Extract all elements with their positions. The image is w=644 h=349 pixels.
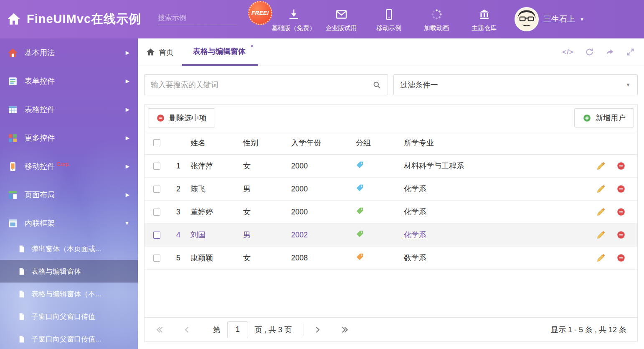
delete-icon[interactable] — [616, 230, 626, 239]
brand[interactable]: FineUIMvc在线示例 — [0, 11, 141, 28]
sidebar-subitem-child-to-parent[interactable]: 子窗口向父窗口传值 — [0, 305, 138, 328]
refresh-icon[interactable] — [585, 48, 594, 56]
select-all-checkbox[interactable] — [153, 139, 160, 146]
spinner-icon — [431, 8, 443, 20]
sidebar-item-inline-frame[interactable]: 内联框架 ▼ — [0, 209, 138, 237]
cell-year: 2000 — [289, 208, 353, 217]
nav-item-mobile-demo[interactable]: 移动示例 — [365, 7, 413, 32]
group-tag-icon[interactable] — [356, 207, 364, 215]
sidebar-item-page-layout[interactable]: 页面布局 ▶ — [0, 181, 138, 209]
form-icon — [8, 76, 18, 87]
house-icon — [8, 48, 18, 58]
group-tag-icon[interactable] — [356, 161, 364, 169]
column-header-name[interactable]: 姓名 — [188, 138, 241, 148]
prev-page-button[interactable] — [183, 326, 191, 334]
row-checkbox[interactable] — [153, 163, 160, 170]
table-header: 姓名 性别 入学年份 分组 所学专业 — [145, 131, 637, 155]
cell-gender: 女 — [241, 161, 289, 171]
major-link[interactable]: 化学系 — [404, 208, 426, 216]
tab-grid-edit-window[interactable]: 表格与编辑窗体 × — [182, 38, 258, 66]
sidebar-subitem-popup-window[interactable]: 弹出窗体（本页面或... — [0, 237, 138, 260]
nav-item-theme-repo[interactable]: 主题仓库 — [460, 7, 508, 32]
table-row[interactable]: 5 康颖颖 女 2008 数学系 — [145, 247, 637, 270]
major-link[interactable]: 材料科学与工程系 — [404, 162, 464, 170]
pager-divider — [304, 324, 304, 336]
next-page-button[interactable] — [313, 326, 322, 334]
first-page-button[interactable] — [155, 326, 164, 334]
group-tag-icon[interactable] — [356, 184, 364, 192]
free-badge: FREE! — [248, 1, 272, 25]
sidebar-subitem-grid-edit-window-2[interactable]: 表格与编辑窗体（不... — [0, 283, 138, 305]
filter-dropdown[interactable]: 过滤条件一 ▼ — [393, 74, 638, 95]
column-header-group[interactable]: 分组 — [353, 138, 401, 148]
row-index: 1 — [169, 162, 188, 171]
group-tag-icon[interactable] — [356, 230, 364, 238]
sidebar-item-form-controls[interactable]: 表单控件 ▶ — [0, 67, 138, 95]
sidebar-subitem-grid-edit-window[interactable]: 表格与编辑窗体 — [0, 260, 138, 283]
delete-icon[interactable] — [616, 253, 626, 262]
delete-icon[interactable] — [616, 161, 626, 171]
row-checkbox[interactable] — [153, 232, 160, 239]
plus-circle-icon — [583, 114, 591, 122]
nav-item-basic-free[interactable]: FREE! 基础版（免费） — [270, 7, 317, 32]
chevron-right-icon: ▶ — [126, 135, 129, 141]
chevron-right-icon: ▶ — [126, 107, 129, 112]
major-link[interactable]: 化学系 — [404, 231, 426, 239]
header-search-input[interactable] — [158, 14, 250, 22]
nav-item-enterprise-trial[interactable]: 企业版试用 — [317, 7, 365, 32]
major-link[interactable]: 数学系 — [404, 254, 426, 262]
sidebar-item-grid-controls[interactable]: 表格控件 ▶ — [0, 95, 138, 124]
row-checkbox[interactable] — [153, 186, 160, 193]
major-link[interactable]: 化学系 — [404, 185, 426, 193]
delete-icon[interactable] — [616, 184, 626, 194]
edit-icon[interactable] — [596, 253, 606, 262]
column-header-major[interactable]: 所学专业 — [401, 138, 587, 148]
file-icon — [18, 335, 25, 343]
delete-selected-button[interactable]: 删除选中项 — [148, 108, 215, 127]
search-icon[interactable] — [373, 81, 381, 89]
corp-badge: Corp. — [57, 161, 70, 167]
add-user-button[interactable]: 新增用户 — [574, 108, 634, 127]
tab-home[interactable]: 首页 — [138, 38, 182, 66]
source-code-icon[interactable]: </> — [563, 48, 573, 56]
user-menu[interactable]: 三生石上 ▼ — [515, 7, 593, 31]
edit-icon[interactable] — [596, 230, 606, 239]
group-tag-icon[interactable] — [356, 253, 364, 261]
delete-icon[interactable] — [616, 207, 626, 217]
sidebar-item-more-controls[interactable]: 更多控件 ▶ — [0, 124, 138, 152]
cell-gender: 女 — [241, 253, 289, 263]
edit-icon[interactable] — [596, 184, 606, 194]
app-title: FineUIMvc在线示例 — [27, 11, 141, 28]
sidebar-subitem-label: 弹出窗体（本页面或... — [31, 244, 101, 254]
nav-label: 加载动画 — [424, 24, 449, 32]
row-checkbox[interactable] — [153, 209, 160, 216]
last-page-button[interactable] — [341, 326, 349, 334]
app-window: FineUIMvc在线示例 FREE! 基础版（免费） 企业版试用 移动示例 — [0, 0, 644, 349]
table-row[interactable]: 2 陈飞 男 2000 化学系 — [145, 178, 637, 201]
expand-icon[interactable] — [626, 48, 635, 56]
table-row[interactable]: 3 董婷婷 女 2000 化学系 — [145, 201, 637, 224]
row-checkbox[interactable] — [153, 255, 160, 262]
edit-icon[interactable] — [596, 161, 606, 171]
sidebar-item-basic-usage[interactable]: 基本用法 ▶ — [0, 38, 138, 67]
page-number-input[interactable] — [227, 321, 248, 338]
close-icon[interactable]: × — [250, 43, 254, 49]
table-row-selected[interactable]: 4 刘国 男 2002 化学系 — [145, 224, 637, 247]
file-icon — [18, 313, 25, 321]
share-icon[interactable] — [606, 48, 614, 56]
table-row[interactable]: 1 张萍萍 女 2000 材料科学与工程系 — [145, 155, 637, 178]
chevron-right-icon: ▶ — [126, 50, 129, 56]
chevron-down-icon: ▼ — [626, 82, 631, 88]
grid-search-input[interactable] — [151, 81, 373, 89]
header-search — [158, 14, 237, 25]
nav-item-loading-animation[interactable]: 加载动画 — [413, 7, 460, 32]
sidebar-item-mobile-controls[interactable]: 移动控件 Corp. ▶ — [0, 152, 138, 181]
cell-name: 刘国 — [188, 230, 241, 240]
row-index: 4 — [169, 231, 188, 239]
column-header-year[interactable]: 入学年份 — [289, 138, 353, 148]
column-header-gender[interactable]: 性别 — [241, 138, 289, 148]
blocks-icon — [8, 133, 18, 143]
edit-icon[interactable] — [596, 207, 606, 217]
sidebar-subitem-child-to-parent-2[interactable]: 子窗口向父窗口传值... — [0, 328, 138, 349]
download-icon — [288, 8, 300, 20]
